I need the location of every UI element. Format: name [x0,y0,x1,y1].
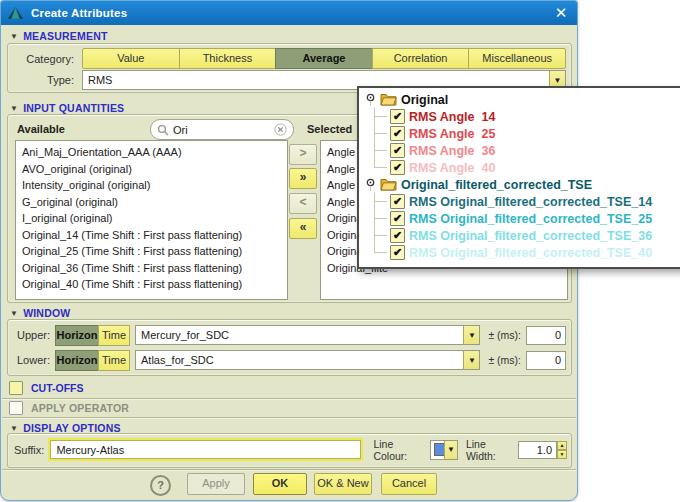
move-left-button[interactable]: < [289,193,317,214]
tree-group-label: Original_filtered_corrected_TSE [401,178,592,192]
tree-attribute-row[interactable]: RMS Original_filtered_corrected_TSE_40 [362,244,680,261]
upper-horizon-dropdown[interactable]: Mercury_for_SDC ▼ [135,325,480,345]
chevron-down-icon[interactable]: ▼ [444,441,457,459]
chevron-down-icon[interactable]: ▼ [463,351,479,369]
tree-group-label: Original [401,93,448,107]
available-label: Available [17,123,65,135]
collapse-arrow-icon[interactable]: ▼ [10,32,18,41]
checkbox-checked-icon[interactable] [390,109,405,124]
line-width-stepper[interactable]: ▲▼ [557,441,567,459]
upper-time-toggle[interactable]: Time [98,325,130,346]
apply-operator-checkbox[interactable] [9,401,23,415]
selected-label: Selected [307,123,352,135]
tree-attribute-row[interactable]: RMS Original_filtered_corrected_TSE_36 [362,227,680,244]
cutoffs-label: CUT-OFFS [31,382,84,394]
category-thickness-button[interactable]: Thickness [179,48,277,69]
line-width-label: Line Width: [466,438,514,462]
window-section-header[interactable]: ▼ WINDOW [10,307,70,319]
checkbox-checked-icon[interactable] [390,126,405,141]
collapse-arrow-icon[interactable]: ▼ [10,104,18,113]
category-value-button[interactable]: Value [82,48,180,69]
line-width-input[interactable]: 1.0 [518,441,557,459]
category-correlation-button[interactable]: Correlation [372,48,470,69]
category-miscellaneous-button[interactable]: Miscellaneous [468,48,566,69]
upper-label: Upper: [14,329,56,341]
available-list[interactable]: Ani_Maj_Orientation_AAA (AAA)AVO_origina… [15,140,288,300]
title-bar[interactable]: Create Attributes ✕ [1,1,577,25]
divider [2,469,576,471]
tree-connector [369,108,390,125]
collapse-arrow-icon[interactable]: ▼ [10,424,18,433]
tree-attribute-row[interactable]: RMS Original_filtered_corrected_TSE_25 [362,210,680,227]
ok-and-new-button[interactable]: OK & New [314,473,372,495]
lower-horizon-dropdown[interactable]: Atlas_for_SDC ▼ [135,350,480,370]
tree-attribute-row[interactable]: RMS Angle 36 [362,142,680,159]
checkbox-checked-icon[interactable] [390,160,405,175]
list-item[interactable]: Original_36 (Time Shift : First pass fla… [16,260,287,277]
tree-attribute-row[interactable]: RMS Angle 14 [362,108,680,125]
tree-attribute-row[interactable]: RMS Angle 25 [362,125,680,142]
category-label: Category: [16,53,82,65]
list-item[interactable]: AVO_original (original) [16,161,287,178]
checkbox-checked-icon[interactable] [390,143,405,158]
collapse-arrow-icon[interactable]: ▼ [10,309,18,318]
move-all-right-button[interactable]: » [289,168,317,189]
cancel-button[interactable]: Cancel [381,473,437,495]
category-average-button[interactable]: Average [275,48,373,69]
tree-attribute-label: RMS Original_filtered_corrected_TSE_36 [409,229,652,243]
search-input[interactable]: Ori [150,119,294,140]
apply-button[interactable]: Apply [187,473,245,495]
clear-search-icon[interactable] [274,123,287,136]
ok-button[interactable]: OK [253,473,307,495]
list-item[interactable]: G_original (original) [16,194,287,211]
tree-attribute-label: RMS Original_filtered_corrected_TSE_25 [409,212,652,226]
upper-ms-label: ± (ms): [488,329,521,341]
tree-connector [369,142,390,159]
list-item[interactable]: Ani_Maj_Orientation_AAA (AAA) [16,144,287,161]
list-item[interactable]: I_original (original) [16,210,287,227]
upper-horizon-toggle[interactable]: Horizon [55,325,99,346]
tree-group-row[interactable]: Original_filtered_corrected_TSE [362,176,680,193]
tree-attribute-label: RMS Angle 36 [409,144,495,158]
tree-expander-icon[interactable] [365,93,376,106]
move-right-button[interactable]: > [289,144,317,165]
cutoffs-checkbox[interactable] [9,381,23,395]
help-button[interactable]: ? [150,475,171,496]
spin-up-icon[interactable]: ▲ [557,441,567,450]
lower-horizon-toggle[interactable]: Horizon [55,350,99,371]
list-item[interactable]: Original_14 (Time Shift : First pass fla… [16,227,287,244]
checkbox-checked-icon[interactable] [390,245,405,260]
checkbox-checked-icon[interactable] [390,194,405,209]
checkbox-checked-icon[interactable] [390,228,405,243]
window-group: Upper: Horizon Time Mercury_for_SDC ▼ ± … [7,319,572,376]
spin-down-icon[interactable]: ▼ [557,450,567,459]
search-icon [157,124,169,136]
tree-attribute-row[interactable]: RMS Original_filtered_corrected_TSE_14 [362,193,680,210]
list-item[interactable]: Intensity_original (original) [16,177,287,194]
divider [2,398,576,400]
lower-ms-input[interactable]: 0 [526,351,566,370]
apply-operator-label: APPLY OPERATOR [31,402,129,414]
tree-group-row[interactable]: Original [362,91,680,108]
chevron-down-icon[interactable]: ▼ [463,326,479,344]
tree-attribute-label: RMS Angle 25 [409,127,495,141]
upper-ms-input[interactable]: 0 [526,326,566,345]
tree-connector [369,244,390,261]
list-item[interactable]: Original_25 (Time Shift : First pass fla… [16,243,287,260]
divider [2,417,576,419]
attribute-tree[interactable]: OriginalRMS Angle 14RMS Angle 25RMS Angl… [359,88,680,261]
tree-connector [369,193,390,210]
tree-attribute-row[interactable]: RMS Angle 40 [362,159,680,176]
list-item[interactable]: Original_40 (Time Shift : First pass fla… [16,276,287,293]
tree-expander-icon[interactable] [365,178,376,191]
input-quantities-section-header[interactable]: ▼ INPUT QUANTITIES [10,102,124,114]
tree-connector [369,227,390,244]
close-icon[interactable]: ✕ [551,4,571,22]
app-logo-icon [7,6,24,20]
suffix-input[interactable]: Mercury-Atlas [50,440,361,459]
move-all-left-button[interactable]: « [289,218,317,239]
measurement-section-header[interactable]: ▼ MEASUREMENT [10,30,108,42]
line-colour-picker[interactable]: ▼ [430,440,458,460]
lower-time-toggle[interactable]: Time [98,350,130,371]
checkbox-checked-icon[interactable] [390,211,405,226]
